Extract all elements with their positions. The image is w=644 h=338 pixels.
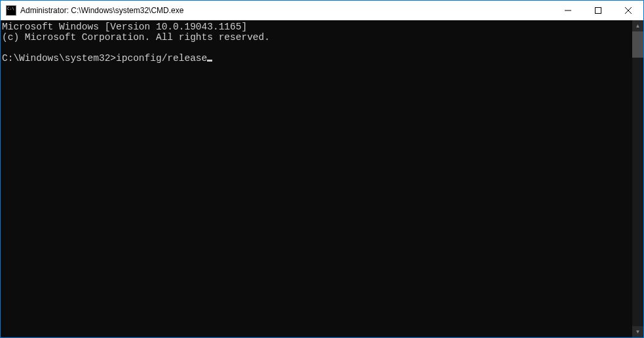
window-controls: [553, 1, 643, 20]
scroll-down-arrow[interactable]: ▼: [632, 326, 643, 337]
cmd-icon: [6, 5, 16, 16]
cmd-window: Administrator: C:\Windows\system32\CMD.e…: [1, 1, 643, 337]
prompt: C:\Windows\system32>: [2, 53, 116, 64]
vertical-scrollbar[interactable]: ▲ ▼: [632, 20, 643, 337]
scroll-track[interactable]: [632, 31, 643, 326]
close-button[interactable]: [613, 1, 643, 20]
svg-rect-1: [596, 7, 601, 13]
minimize-icon: [565, 7, 571, 14]
window-title: Administrator: C:\Windows\system32\CMD.e…: [20, 6, 553, 15]
scroll-thumb[interactable]: [632, 31, 643, 58]
typed-command: ipconfig/release: [116, 53, 207, 64]
maximize-button[interactable]: [583, 1, 613, 20]
minimize-button[interactable]: [553, 1, 583, 20]
version-line: Microsoft Windows [Version 10.0.19043.11…: [2, 22, 247, 32]
console-output[interactable]: Microsoft Windows [Version 10.0.19043.11…: [1, 20, 632, 337]
scroll-up-arrow[interactable]: ▲: [632, 20, 643, 31]
copyright-line: (c) Microsoft Corporation. All rights re…: [2, 32, 270, 43]
close-icon: [625, 7, 632, 14]
titlebar[interactable]: Administrator: C:\Windows\system32\CMD.e…: [1, 1, 643, 20]
console-area: Microsoft Windows [Version 10.0.19043.11…: [1, 20, 643, 337]
text-cursor: [207, 60, 212, 62]
maximize-icon: [595, 7, 601, 14]
